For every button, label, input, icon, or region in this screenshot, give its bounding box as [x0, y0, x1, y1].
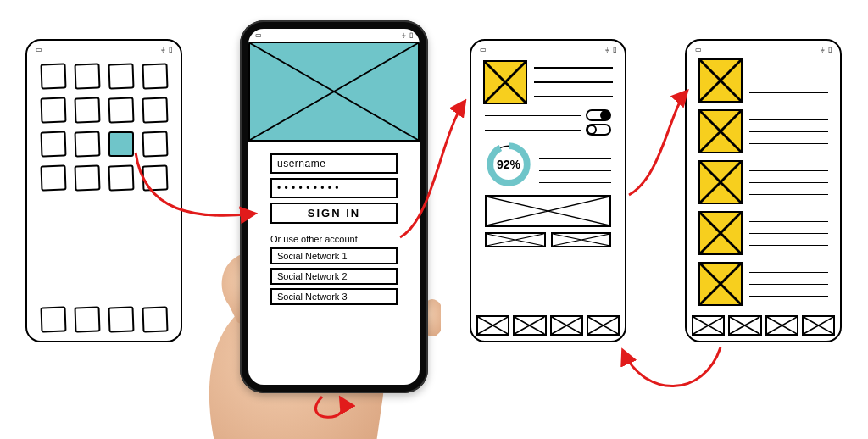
- tab-item[interactable]: [728, 315, 761, 336]
- card-placeholder[interactable]: [485, 232, 546, 247]
- text-line-placeholder: [485, 130, 581, 131]
- wireframe-screen-login: ▭ ⏚ ▯ username • • • • • • • • • SIGN IN…: [248, 29, 420, 385]
- app-icon[interactable]: [108, 97, 134, 123]
- tab-item[interactable]: [513, 315, 546, 336]
- tab-bar: [476, 315, 620, 336]
- text-line-placeholder: [534, 96, 613, 97]
- text-line-placeholder: [485, 115, 581, 116]
- app-icon[interactable]: [40, 63, 66, 89]
- feed-row[interactable]: [692, 208, 835, 258]
- progress-percent-label: 92%: [485, 141, 532, 188]
- feed-row[interactable]: [692, 157, 835, 208]
- feed-row[interactable]: [692, 258, 835, 309]
- app-icon[interactable]: [74, 97, 100, 123]
- social-login-button[interactable]: Social Network 1: [270, 247, 398, 264]
- social-login-button[interactable]: Social Network 2: [270, 268, 398, 285]
- app-icon[interactable]: [74, 164, 100, 191]
- wireframe-screen-profile: ▭ ⏚ ▯ 92%: [470, 39, 626, 342]
- text-line-placeholder: [749, 284, 828, 285]
- text-line-placeholder: [539, 170, 611, 171]
- sign-in-button[interactable]: SIGN IN: [270, 203, 398, 224]
- wireframe-screen-feed: ▭ ⏚ ▯: [685, 39, 842, 342]
- battery-icon: ▯: [828, 46, 832, 53]
- battery-icon: ▯: [613, 46, 616, 53]
- tab-item[interactable]: [476, 315, 509, 336]
- wireframe-screen-home: ▭ ⏚ ▯: [25, 39, 182, 342]
- tab-item[interactable]: [765, 315, 798, 336]
- feed-row[interactable]: [692, 106, 835, 157]
- wifi-icon: ⏚: [402, 31, 406, 39]
- tab-bar: [692, 315, 835, 336]
- app-icon[interactable]: [40, 131, 66, 157]
- or-use-other-text: Or use other account: [270, 234, 420, 244]
- text-line-placeholder: [749, 81, 828, 81]
- thumbnail-placeholder: [698, 160, 743, 204]
- thumbnail-placeholder: [698, 211, 743, 255]
- battery-icon: ▯: [409, 31, 413, 39]
- app-icon[interactable]: [74, 131, 100, 157]
- status-bar: ▭ ⏚ ▯: [32, 44, 175, 55]
- text-line-placeholder: [749, 119, 828, 120]
- arrow-login-loop: [315, 397, 343, 417]
- app-icon[interactable]: [108, 164, 134, 191]
- hero-image-placeholder: [248, 42, 420, 142]
- dock-app-icon[interactable]: [40, 306, 66, 332]
- text-line-placeholder: [749, 69, 828, 69]
- text-line-placeholder: [749, 170, 828, 171]
- status-bar: ▭ ⏚ ▯: [692, 44, 835, 55]
- dock-app-icon[interactable]: [74, 306, 100, 332]
- app-icon-selected[interactable]: [108, 131, 134, 157]
- tab-item[interactable]: [550, 315, 583, 336]
- toggle-switch[interactable]: [586, 109, 611, 121]
- tab-item[interactable]: [692, 315, 725, 336]
- password-field[interactable]: • • • • • • • • •: [270, 178, 398, 198]
- card-placeholder[interactable]: [551, 232, 612, 247]
- thumbnail-placeholder: [698, 58, 743, 103]
- text-line-placeholder: [749, 92, 828, 93]
- status-bar: ▭ ⏚ ▯: [476, 44, 620, 55]
- status-notch-icon: ▭: [695, 46, 702, 53]
- status-bar: ▭ ⏚ ▯: [248, 29, 420, 42]
- status-notch-icon: ▭: [255, 31, 262, 39]
- thumbnail-placeholder: [698, 109, 743, 153]
- progress-ring: 92%: [485, 141, 532, 188]
- app-icon[interactable]: [40, 97, 66, 123]
- feed-row[interactable]: [692, 55, 835, 106]
- toggle-switch[interactable]: [586, 124, 611, 136]
- app-icon[interactable]: [142, 131, 168, 157]
- text-line-placeholder: [539, 182, 611, 183]
- text-line-placeholder: [539, 147, 611, 147]
- status-notch-icon: ▭: [36, 46, 42, 53]
- text-line-placeholder: [749, 245, 828, 246]
- text-line-placeholder: [749, 221, 828, 222]
- banner-placeholder: [485, 195, 611, 227]
- physical-phone-frame: ▭ ⏚ ▯ username • • • • • • • • • SIGN IN…: [240, 20, 428, 393]
- username-field[interactable]: username: [270, 153, 398, 174]
- app-icon[interactable]: [108, 63, 134, 89]
- wifi-icon: ⏚: [605, 46, 609, 53]
- wifi-icon: ⏚: [161, 46, 165, 53]
- dock-app-icon[interactable]: [142, 306, 168, 332]
- text-line-placeholder: [534, 67, 613, 69]
- text-line-placeholder: [749, 131, 828, 132]
- dock-app-icon[interactable]: [108, 306, 134, 332]
- tab-item[interactable]: [802, 315, 835, 336]
- social-login-button[interactable]: Social Network 3: [270, 288, 398, 305]
- tab-item[interactable]: [587, 315, 620, 336]
- app-icon[interactable]: [142, 63, 168, 89]
- app-icon[interactable]: [40, 164, 66, 191]
- arrow-feed-to-profile: [623, 347, 721, 386]
- text-line-placeholder: [749, 182, 828, 183]
- thumbnail-placeholder: [698, 262, 743, 306]
- arrow-profile-to-feed: [629, 92, 687, 195]
- app-icon[interactable]: [142, 164, 168, 191]
- text-line-placeholder: [749, 233, 828, 234]
- avatar-placeholder: [483, 60, 527, 104]
- status-notch-icon: ▭: [480, 46, 487, 53]
- app-grid: [32, 55, 175, 191]
- text-line-placeholder: [749, 272, 828, 273]
- text-line-placeholder: [749, 143, 828, 144]
- app-icon[interactable]: [142, 97, 168, 123]
- battery-icon: ▯: [169, 46, 172, 53]
- app-icon[interactable]: [74, 63, 100, 89]
